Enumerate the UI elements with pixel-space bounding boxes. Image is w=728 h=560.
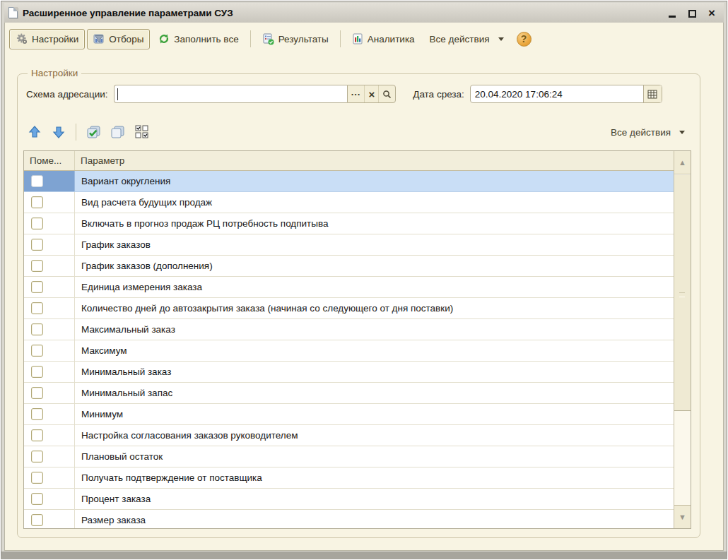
table-row[interactable]: Максимальный заказ xyxy=(24,319,674,340)
parameter-name[interactable]: Процент заказа xyxy=(75,489,674,509)
parameter-name[interactable]: Получать подтверждение от поставщика xyxy=(75,467,674,488)
table-row[interactable]: Включать в прогноз продаж РЦ потребность… xyxy=(24,213,674,234)
parameter-name[interactable]: Минимальный запас xyxy=(75,383,674,403)
help-button[interactable]: ? xyxy=(517,32,532,47)
table-row[interactable]: Вид расчета будущих продаж xyxy=(24,192,674,213)
parameter-name[interactable]: Минимальный заказ xyxy=(75,362,674,382)
checked-cell[interactable] xyxy=(24,340,75,361)
checked-cell[interactable] xyxy=(24,467,75,488)
checked-cell[interactable] xyxy=(24,192,75,213)
scroll-down-button[interactable]: ▼ xyxy=(674,505,691,528)
parameter-name[interactable]: Вариант округления xyxy=(75,171,674,191)
table-row[interactable]: Минимальный заказ xyxy=(24,362,674,383)
column-header-checked[interactable]: Поме... xyxy=(24,151,75,170)
checked-cell[interactable] xyxy=(24,234,75,255)
table-row[interactable]: График заказов xyxy=(24,234,674,256)
table-row[interactable]: Размер заказа xyxy=(24,510,674,529)
scroll-up-button[interactable]: ▲ xyxy=(674,151,691,174)
row-checkbox[interactable] xyxy=(31,302,43,314)
parameter-name[interactable]: Максимальный заказ xyxy=(75,319,674,340)
fill-all-button[interactable]: Заполнить все xyxy=(152,29,245,49)
table-row[interactable]: Настройка согласования заказов руководит… xyxy=(24,425,674,446)
invert-check-button[interactable] xyxy=(131,122,151,142)
row-checkbox[interactable] xyxy=(31,196,43,208)
table-row[interactable]: Минимум xyxy=(24,404,674,425)
table-row[interactable]: Получать подтверждение от поставщика xyxy=(24,467,674,489)
row-checkbox[interactable] xyxy=(31,451,43,463)
date-slice-input[interactable]: 20.04.2020 17:06:24 xyxy=(470,85,662,103)
checked-cell[interactable] xyxy=(24,383,75,403)
clear-button[interactable]: × xyxy=(364,85,378,102)
address-scheme-input[interactable] xyxy=(114,85,347,103)
analytics-button[interactable]: Аналитика xyxy=(346,29,421,49)
checked-cell[interactable] xyxy=(24,319,75,340)
row-checkbox[interactable] xyxy=(31,323,43,335)
list-all-actions-button[interactable]: Все действия xyxy=(604,122,691,143)
row-checkbox[interactable] xyxy=(31,345,43,357)
date-slice-value: 20.04.2020 17:06:24 xyxy=(471,89,643,100)
check-all-button[interactable] xyxy=(83,122,103,142)
checked-cell[interactable] xyxy=(24,213,75,234)
parameter-name[interactable]: График заказов xyxy=(75,234,674,255)
checked-cell[interactable] xyxy=(24,171,75,191)
vertical-scrollbar[interactable]: ▲ ▼ xyxy=(674,151,691,528)
table-row[interactable]: Процент заказа xyxy=(24,489,674,510)
parameter-name[interactable]: Вид расчета будущих продаж xyxy=(75,192,674,213)
table-row[interactable]: Максимум xyxy=(24,340,674,362)
parameter-name[interactable]: Плановый остаток xyxy=(75,446,674,467)
uncheck-all-button[interactable] xyxy=(107,122,127,142)
param-table-body: Вариант округленияВид расчета будущих пр… xyxy=(24,171,674,529)
checked-cell[interactable] xyxy=(24,362,75,382)
checked-cell[interactable] xyxy=(24,404,75,424)
parameter-name[interactable]: График заказов (дополнения) xyxy=(75,256,674,276)
checked-cell[interactable] xyxy=(24,489,75,509)
column-header-parameter[interactable]: Параметр xyxy=(75,151,674,170)
row-checkbox[interactable] xyxy=(31,281,43,293)
parameter-name[interactable]: Минимум xyxy=(75,404,674,424)
checked-cell[interactable] xyxy=(24,298,75,318)
row-checkbox[interactable] xyxy=(31,239,43,251)
row-checkbox[interactable] xyxy=(31,175,43,187)
close-button[interactable]: × xyxy=(707,8,717,18)
row-checkbox[interactable] xyxy=(31,472,43,484)
choose-button[interactable]: ... xyxy=(348,85,365,102)
row-checkbox[interactable] xyxy=(31,218,43,230)
checked-cell[interactable] xyxy=(24,425,75,446)
table-row[interactable]: Вариант округления xyxy=(24,171,674,192)
checked-cell[interactable] xyxy=(24,446,75,467)
open-button[interactable] xyxy=(378,85,395,102)
parameter-name[interactable]: Количество дней до автозакрытия заказа (… xyxy=(75,298,674,318)
calendar-button[interactable] xyxy=(643,85,662,102)
parameter-name[interactable]: Единица измерения заказа xyxy=(75,277,674,297)
row-checkbox[interactable] xyxy=(31,408,43,420)
parameter-name[interactable]: Максимум xyxy=(75,340,674,361)
row-checkbox[interactable] xyxy=(31,493,43,505)
row-checkbox[interactable] xyxy=(31,387,43,399)
move-up-button[interactable] xyxy=(25,122,45,142)
table-row[interactable]: Плановый остаток xyxy=(24,446,674,467)
checked-cell[interactable] xyxy=(24,510,75,529)
settings-groupbox: Настройки Схема адресации: ... × xyxy=(17,73,700,538)
parameter-name[interactable]: Настройка согласования заказов руководит… xyxy=(75,425,674,446)
filters-button[interactable]: Отборы xyxy=(87,29,150,49)
table-row[interactable]: График заказов (дополнения) xyxy=(24,256,674,277)
settings-button[interactable]: Настройки xyxy=(9,29,85,49)
parameter-name[interactable]: Включать в прогноз продаж РЦ потребность… xyxy=(75,213,674,234)
maximize-button[interactable] xyxy=(687,8,697,18)
minimize-button[interactable] xyxy=(667,8,677,18)
row-checkbox[interactable] xyxy=(31,429,43,441)
results-button[interactable]: Результаты xyxy=(256,29,335,49)
move-down-button[interactable] xyxy=(49,122,69,142)
parameter-name[interactable]: Размер заказа xyxy=(75,510,674,529)
table-row[interactable]: Единица измерения заказа xyxy=(24,277,674,298)
row-checkbox[interactable] xyxy=(31,514,43,526)
table-row[interactable]: Минимальный запас xyxy=(24,383,674,404)
row-checkbox[interactable] xyxy=(31,260,43,272)
scrollbar-thumb[interactable] xyxy=(674,174,691,411)
checked-cell[interactable] xyxy=(24,277,75,297)
checked-cell[interactable] xyxy=(24,256,75,276)
table-row[interactable]: Количество дней до автозакрытия заказа (… xyxy=(24,298,674,319)
refresh-icon xyxy=(158,33,170,44)
row-checkbox[interactable] xyxy=(31,366,43,378)
all-actions-button[interactable]: Все действия xyxy=(423,29,510,49)
